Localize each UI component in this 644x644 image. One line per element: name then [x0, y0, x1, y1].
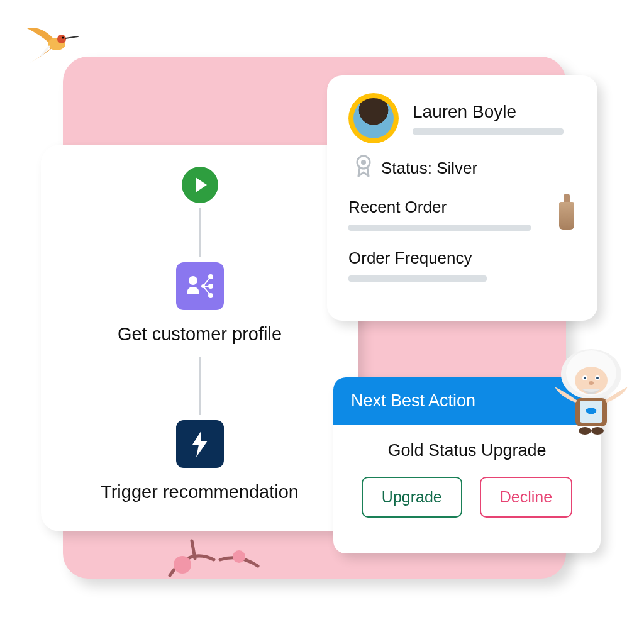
status-label: Status: Silver [381, 158, 477, 178]
svg-point-26 [591, 427, 604, 435]
svg-point-25 [579, 427, 591, 435]
ribbon-icon [355, 155, 372, 182]
lightning-icon [189, 430, 211, 458]
connector-vertical [199, 357, 201, 415]
recent-order-label: Recent Order [348, 197, 531, 217]
product-tube-icon [557, 194, 576, 231]
flow-card: Get customer profile Trigger recommendat… [41, 145, 358, 531]
svg-point-2 [189, 276, 197, 285]
decline-button[interactable]: Decline [480, 477, 572, 518]
trigger-recommendation-label: Trigger recommendation [101, 482, 299, 502]
tree-branch-decoration [164, 535, 264, 579]
upgrade-button[interactable]: Upgrade [362, 477, 462, 518]
person-share-icon [184, 270, 216, 302]
hummingbird-decoration [18, 19, 80, 69]
avatar [348, 93, 399, 143]
svg-point-13 [57, 35, 66, 43]
start-node[interactable] [182, 167, 218, 203]
get-profile-node[interactable] [176, 262, 224, 310]
order-frequency-label: Order Frequency [348, 248, 576, 268]
svg-point-22 [589, 381, 594, 385]
svg-point-0 [174, 556, 191, 574]
customer-name: Lauren Boyle [413, 102, 576, 122]
placeholder-line [413, 128, 564, 135]
customer-profile-card: Lauren Boyle Status: Silver Recent Order… [327, 75, 597, 321]
placeholder-line [348, 275, 487, 282]
svg-point-20 [584, 377, 586, 379]
action-title: Gold Status Upgrade [351, 441, 583, 460]
svg-point-14 [62, 37, 64, 39]
svg-point-11 [361, 160, 366, 165]
play-icon [196, 177, 207, 192]
connector-vertical [199, 208, 201, 257]
svg-point-1 [233, 550, 245, 563]
get-profile-label: Get customer profile [118, 324, 282, 345]
svg-point-21 [596, 377, 599, 379]
trigger-recommendation-node[interactable] [176, 420, 224, 468]
placeholder-line [348, 225, 531, 231]
einstein-mascot [547, 343, 635, 437]
